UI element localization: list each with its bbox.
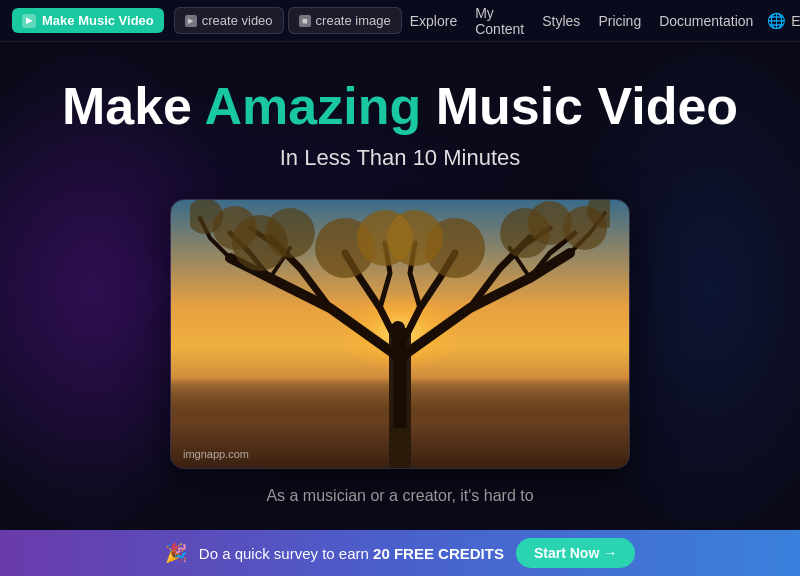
nav-styles[interactable]: Styles [542, 13, 580, 29]
tree-branches [190, 200, 610, 428]
video-scene [171, 200, 629, 468]
svg-point-15 [425, 218, 485, 278]
language-selector[interactable]: 🌐 English ▾ [767, 12, 800, 30]
video-thumbnail[interactable]: imgnapp.com [170, 199, 630, 469]
banner-text-bold: 20 FREE CREDITS [373, 545, 504, 562]
hero-subtitle: In Less Than 10 Minutes [280, 145, 521, 171]
language-label: English [791, 13, 800, 29]
navbar: ▶ Make Music Video ▶ create video ◼ crea… [0, 0, 800, 42]
logo-icon: ▶ [22, 14, 36, 28]
main-content: Make Amazing Music Video In Less Than 10… [0, 42, 800, 505]
hero-body-text: As a musician or a creator, it's hard to [266, 487, 533, 505]
nav-pricing[interactable]: Pricing [598, 13, 641, 29]
nav-explore[interactable]: Explore [410, 13, 457, 29]
title-part1: Make [62, 77, 205, 135]
create-video-label: create video [202, 13, 273, 28]
create-video-button[interactable]: ▶ create video [174, 7, 284, 34]
logo-label: Make Music Video [42, 13, 154, 28]
nav-documentation[interactable]: Documentation [659, 13, 753, 29]
create-image-label: create image [316, 13, 391, 28]
logo-button[interactable]: ▶ Make Music Video [12, 8, 164, 33]
hero-title: Make Amazing Music Video [62, 78, 738, 135]
svg-point-14 [315, 218, 375, 278]
image-icon: ◼ [299, 15, 311, 27]
svg-point-2 [265, 208, 315, 258]
title-part2: Music Video [421, 77, 738, 135]
banner-text: Do a quick survey to earn 20 FREE CREDIT… [199, 545, 504, 562]
start-now-button[interactable]: Start Now → [516, 538, 635, 568]
bottom-banner: 🎉 Do a quick survey to earn 20 FREE CRED… [0, 530, 800, 576]
banner-text-prefix: Do a quick survey to earn [199, 545, 373, 562]
translate-icon: 🌐 [767, 12, 786, 30]
create-image-button[interactable]: ◼ create image [288, 7, 402, 34]
banner-emoji: 🎉 [165, 542, 187, 564]
video-label: imgnapp.com [183, 448, 249, 460]
video-icon: ▶ [185, 15, 197, 27]
title-highlight: Amazing [205, 77, 422, 135]
nav-my-content[interactable]: My Content [475, 5, 524, 37]
nav-links: Explore My Content Styles Pricing Docume… [410, 5, 754, 37]
